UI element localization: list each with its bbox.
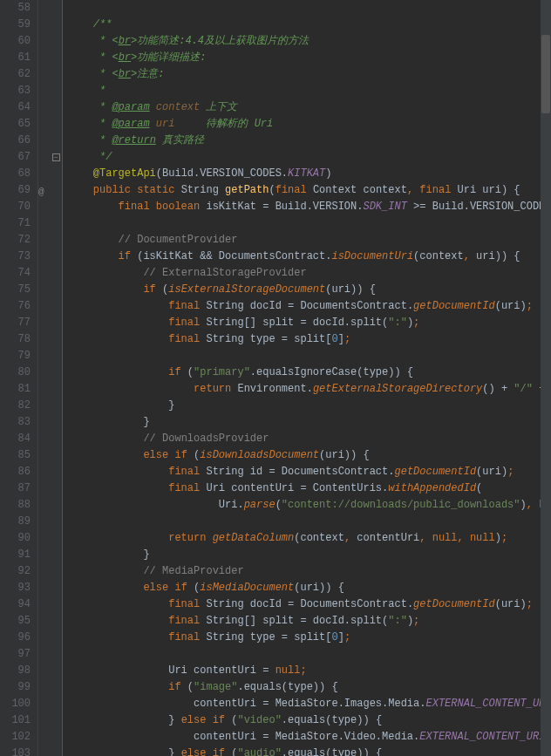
vertical-scrollbar[interactable] [541, 0, 551, 756]
line-number: 69 [10, 182, 31, 199]
code-line[interactable]: return Environment.getExternalStorageDir… [68, 381, 551, 398]
line-number: 99 [10, 679, 31, 696]
code-line[interactable]: */ [68, 149, 551, 166]
code-line[interactable]: final String docId = DocumentsContract.g… [68, 596, 551, 613]
line-number: 72 [10, 232, 31, 249]
marker-column: @ [38, 0, 51, 756]
code-line[interactable]: contentUri = MediaStore.Images.Media.EXT… [68, 696, 551, 712]
line-number: 100 [10, 696, 31, 712]
code-line[interactable]: contentUri = MediaStore.Video.Media.EXTE… [68, 729, 551, 746]
code-line[interactable]: } else if ("audio".equals(type)) { [68, 746, 551, 756]
line-number: 67 [10, 149, 31, 166]
line-number: 88 [10, 497, 31, 514]
code-line[interactable]: final Uri contentUri = ContentUris.withA… [68, 480, 551, 497]
line-number: 62 [10, 66, 31, 83]
line-number: 64 [10, 99, 31, 116]
code-line[interactable]: else if (isMediaDocument(uri)) { [68, 580, 551, 596]
scrollbar-thumb[interactable] [541, 35, 550, 113]
line-number: 79 [10, 348, 31, 364]
code-line[interactable]: * <br>注意: [68, 66, 551, 83]
line-number: 75 [10, 282, 31, 298]
line-number: 83 [10, 414, 31, 431]
line-number: 84 [10, 431, 31, 447]
line-number: 76 [10, 298, 31, 315]
code-line[interactable]: final String[] split = docId.split(":"); [68, 315, 551, 331]
line-number: 61 [10, 50, 31, 66]
code-line[interactable]: final boolean isKitKat = Build.VERSION.S… [68, 199, 551, 215]
line-number: 68 [10, 166, 31, 182]
line-number: 78 [10, 331, 31, 348]
code-line[interactable] [68, 646, 551, 663]
code-line[interactable]: } [68, 398, 551, 414]
code-line[interactable] [68, 215, 551, 232]
line-number: 63 [10, 83, 31, 99]
line-number: 81 [10, 381, 31, 398]
code-editor[interactable]: 5859606162636465666768697071727374757677… [0, 0, 551, 756]
code-line[interactable]: if (isExternalStorageDocument(uri)) { [68, 282, 551, 298]
line-number: 86 [10, 464, 31, 480]
line-number: 89 [10, 514, 31, 530]
code-line[interactable]: Uri contentUri = null; [68, 663, 551, 679]
code-line[interactable]: * <br>功能详细描述: [68, 50, 551, 66]
code-line[interactable]: * @param uri 待解析的 Uri [68, 116, 551, 133]
code-line[interactable] [68, 0, 551, 17]
code-line[interactable]: @TargetApi(Build.VERSION_CODES.KITKAT) [68, 166, 551, 182]
code-line[interactable]: final String docId = DocumentsContract.g… [68, 298, 551, 315]
line-number: 102 [10, 729, 31, 746]
code-line[interactable]: } else if ("video".equals(type)) { [68, 712, 551, 729]
code-line[interactable]: * [68, 83, 551, 99]
code-line[interactable]: } [68, 414, 551, 431]
line-number: 73 [10, 249, 31, 265]
fold-column: − [51, 0, 63, 756]
code-line[interactable]: } [68, 547, 551, 563]
line-number: 65 [10, 116, 31, 133]
code-line[interactable]: final String type = split[0]; [68, 331, 551, 348]
code-line[interactable]: if (isKitKat && DocumentsContract.isDocu… [68, 249, 551, 265]
code-line[interactable]: // DocumentProvider [68, 232, 551, 249]
line-number: 96 [10, 630, 31, 646]
code-line[interactable]: * @param context 上下文 [68, 99, 551, 116]
line-number: 103 [10, 746, 31, 756]
line-number: 85 [10, 447, 31, 464]
code-line[interactable]: final String[] split = docId.split(":"); [68, 613, 551, 630]
line-number: 97 [10, 646, 31, 663]
line-number: 77 [10, 315, 31, 331]
code-line[interactable]: Uri.parse("content://downloads/public_do… [68, 497, 551, 514]
code-line[interactable]: * @return 真实路径 [68, 133, 551, 149]
line-number: 71 [10, 215, 31, 232]
line-number: 82 [10, 398, 31, 414]
line-number: 70 [10, 199, 31, 215]
line-number: 66 [10, 133, 31, 149]
code-line[interactable]: /** [68, 17, 551, 33]
code-line[interactable]: else if (isDownloadsDocument(uri)) { [68, 447, 551, 464]
line-number: 94 [10, 596, 31, 613]
code-line[interactable]: // DownloadsProvider [68, 431, 551, 447]
override-marker-icon[interactable]: @ [38, 184, 44, 201]
code-line[interactable]: * <br>功能简述:4.4及以上获取图片的方法 [68, 33, 551, 50]
line-number: 91 [10, 547, 31, 563]
code-line[interactable]: final String type = split[0]; [68, 630, 551, 646]
line-number: 58 [10, 0, 31, 17]
line-number: 87 [10, 480, 31, 497]
line-number: 90 [10, 530, 31, 547]
code-area[interactable]: /** * <br>功能简述:4.4及以上获取图片的方法 * <br>功能详细描… [63, 0, 551, 756]
line-number: 59 [10, 17, 31, 33]
code-line[interactable]: if ("image".equals(type)) { [68, 679, 551, 696]
line-number: 60 [10, 33, 31, 50]
line-number: 92 [10, 563, 31, 580]
code-line[interactable]: // ExternalStorageProvider [68, 265, 551, 282]
code-line[interactable] [68, 348, 551, 364]
line-number: 93 [10, 580, 31, 596]
line-number: 95 [10, 613, 31, 630]
code-line[interactable]: public static String getPath(final Conte… [68, 182, 551, 199]
gutter: 5859606162636465666768697071727374757677… [0, 0, 38, 756]
code-line[interactable]: if ("primary".equalsIgnoreCase(type)) { [68, 364, 551, 381]
fold-toggle-icon[interactable]: − [52, 153, 60, 161]
code-line[interactable]: // MediaProvider [68, 563, 551, 580]
line-number: 101 [10, 712, 31, 729]
line-number: 98 [10, 663, 31, 679]
line-number: 74 [10, 265, 31, 282]
code-line[interactable]: return getDataColumn(context, contentUri… [68, 530, 551, 547]
code-line[interactable] [68, 514, 551, 530]
code-line[interactable]: final String id = DocumentsContract.getD… [68, 464, 551, 480]
